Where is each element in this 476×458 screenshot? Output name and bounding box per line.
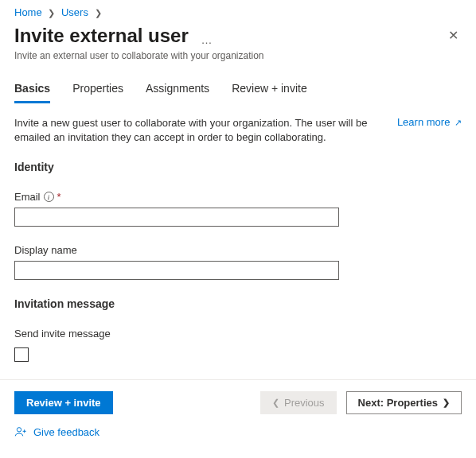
tabs: Basics Properties Assignments Review + i… (0, 77, 476, 103)
tab-basics[interactable]: Basics (14, 77, 50, 103)
chevron-right-icon: ❯ (443, 398, 450, 408)
display-name-field[interactable] (14, 261, 339, 280)
email-label: Email i * (14, 191, 462, 203)
external-link-icon: ↗ (455, 118, 462, 127)
give-feedback-link[interactable]: Give feedback (0, 414, 476, 438)
send-invite-checkbox[interactable] (14, 347, 29, 362)
tab-review-invite[interactable]: Review + invite (232, 77, 307, 103)
footer-actions: Review + invite ❮ Previous Next: Propert… (0, 380, 476, 414)
chevron-left-icon: ❮ (272, 398, 279, 408)
breadcrumb-home[interactable]: Home (14, 6, 42, 18)
next-properties-button[interactable]: Next: Properties ❯ (346, 391, 462, 414)
learn-more-link[interactable]: Learn more ↗ (397, 116, 462, 128)
tab-properties[interactable]: Properties (72, 77, 123, 103)
info-icon[interactable]: i (44, 192, 54, 202)
tab-assignments[interactable]: Assignments (146, 77, 209, 103)
close-button[interactable]: ✕ (445, 25, 462, 46)
page-title: Invite external user (14, 25, 189, 47)
section-identity: Identity (14, 161, 462, 173)
svg-point-0 (17, 428, 21, 432)
breadcrumb-users[interactable]: Users (61, 6, 88, 18)
page-subtitle: Invite an external user to collaborate w… (0, 50, 476, 77)
review-invite-button[interactable]: Review + invite (14, 391, 113, 414)
chevron-right-icon: ❯ (95, 8, 102, 17)
breadcrumb: Home ❯ Users ❯ (0, 0, 476, 18)
chevron-right-icon: ❯ (48, 8, 55, 17)
page-header: Invite external user … ✕ (0, 18, 476, 50)
section-invitation-message: Invitation message (14, 297, 462, 310)
email-field[interactable] (14, 208, 339, 227)
display-name-label: Display name (14, 244, 462, 256)
feedback-icon (14, 425, 27, 438)
previous-button[interactable]: ❮ Previous (260, 391, 337, 414)
description-text: Invite a new guest user to collaborate w… (14, 116, 388, 145)
send-invite-label: Send invite message (14, 328, 462, 340)
more-menu-icon[interactable]: … (201, 33, 212, 46)
required-indicator: * (57, 191, 61, 203)
